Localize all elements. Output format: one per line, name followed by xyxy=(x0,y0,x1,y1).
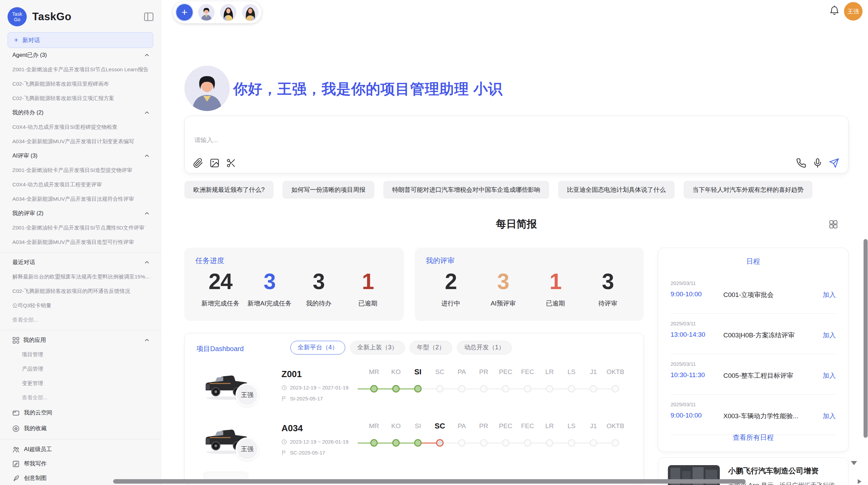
sidebar-item[interactable]: A034-全新新能源MUV产品开发项目计划变更表编写 xyxy=(0,134,161,149)
recent-chat-item[interactable]: C02-飞腾新能源轻客改款项目的闭环通告反馈情况 xyxy=(0,284,161,298)
suggestion-chip[interactable]: 当下年轻人对汽车外观有怎样的喜好趋势 xyxy=(684,181,812,199)
tab-all-new-body[interactable]: 全新上装（3） xyxy=(350,341,405,355)
tab-model-year[interactable]: 年型（2） xyxy=(410,341,452,355)
project-row-z001[interactable]: 王强 Z001 2023-12-19 ~ 2027-01-19 SI-2025-… xyxy=(185,363,643,418)
sidebar-item-cloud-space[interactable]: 我的云空间 xyxy=(0,405,161,421)
stat-pending-review[interactable]: 3 待评审 xyxy=(586,269,630,308)
microphone-icon[interactable] xyxy=(812,158,823,168)
section-my-apps[interactable]: 我的应用 xyxy=(0,333,161,347)
milestone-dot[interactable] xyxy=(568,439,575,447)
section-ai-review[interactable]: AI评审 (3) xyxy=(0,149,161,163)
add-agent-button[interactable]: + xyxy=(176,4,193,21)
suggestion-chip[interactable]: 如何写一份清晰的项目周报 xyxy=(282,181,374,199)
milestone-dot-current[interactable] xyxy=(414,385,422,393)
send-icon[interactable] xyxy=(829,158,839,168)
milestone-dot[interactable] xyxy=(458,385,466,393)
schedule-event[interactable]: 2025/03/11 9:00-10:00 C001-立项审批会 加入 xyxy=(671,278,836,314)
new-chat-button[interactable]: + 新对话 xyxy=(8,32,153,48)
user-avatar[interactable]: 王强 xyxy=(844,2,863,21)
sidebar-item-help-me-write[interactable]: 帮我写作 xyxy=(0,457,161,471)
section-my-todo[interactable]: 我的待办 (2) xyxy=(0,105,161,120)
milestone-dot[interactable] xyxy=(524,439,531,447)
tab-powertrain-dev[interactable]: 动总开发（1） xyxy=(457,341,512,355)
project-row-a034[interactable]: 王强 A034 2023-12-19 ~ 2026-01-19 SC-2025-… xyxy=(185,418,643,472)
stat-my-todo[interactable]: 3 我的待办 xyxy=(297,269,341,308)
sidebar-item[interactable]: C0X4-动力总成开发项目工程变更评审 xyxy=(0,177,161,192)
join-link[interactable]: 加入 xyxy=(823,412,836,421)
sidebar-item[interactable]: Z001-全新燃油轻卡产品开发项目SI节点属性5D文件评审 xyxy=(0,221,161,235)
milestone-dot[interactable] xyxy=(612,439,619,447)
sidebar-item-ai-super-staff[interactable]: AI超级员工 xyxy=(0,442,161,457)
notification-bell-icon[interactable] xyxy=(830,5,839,16)
chevron-up-icon[interactable] xyxy=(145,154,149,157)
recent-chat-item[interactable]: 解释最新出台的欧盟报废车法规再生塑料比例被调至15%... xyxy=(0,270,161,284)
sidebar-item[interactable]: A034-全新新能源MUV产品开发项目造型可行性评审 xyxy=(0,235,161,249)
sidebar-item[interactable]: Z001-全新燃油轻卡产品开发项目SI造型提交物评审 xyxy=(0,163,161,177)
milestone-dot[interactable] xyxy=(502,385,509,393)
agent-avatar-1[interactable] xyxy=(198,4,215,21)
milestone-dot[interactable] xyxy=(480,385,487,393)
app-item-change-mgmt[interactable]: 变更管理 xyxy=(0,376,161,390)
vertical-scrollbar[interactable] xyxy=(864,239,868,438)
chevron-up-icon[interactable] xyxy=(145,261,149,264)
stat-review-overdue[interactable]: 1 已逾期 xyxy=(533,269,578,308)
stat-ai-pre-review[interactable]: 3 AI预评审 xyxy=(481,269,526,308)
chevron-up-icon[interactable] xyxy=(145,339,149,341)
app-item-product-mgmt[interactable]: 产品管理 xyxy=(0,362,161,376)
chevron-up-icon[interactable] xyxy=(145,212,149,215)
join-link[interactable]: 加入 xyxy=(823,331,836,340)
section-agent-done[interactable]: Agent已办 (3) xyxy=(0,48,161,62)
agent-avatar-2[interactable] xyxy=(220,4,237,21)
scroll-down-arrow[interactable] xyxy=(851,461,857,465)
join-link[interactable]: 加入 xyxy=(823,371,836,380)
phone-call-icon[interactable] xyxy=(796,158,806,168)
schedule-event[interactable]: 2025/03/11 9:00-10:00 X003-车辆动力学性能验... 加… xyxy=(671,399,836,435)
image-icon[interactable] xyxy=(209,158,220,168)
sidebar-item[interactable]: C0X4-动力总成开发项目SI里程碑提交物检查 xyxy=(0,120,161,134)
sidebar-item[interactable]: C02-飞腾新能源轻客改款项目立项汇报方案 xyxy=(0,91,161,105)
app-item-project-mgmt[interactable]: 项目管理 xyxy=(0,347,161,362)
attachment-icon[interactable] xyxy=(193,158,203,168)
sidebar-item[interactable]: C02-飞腾新能源轻客改款项目里程碑画布 xyxy=(0,77,161,91)
milestone-dot-done[interactable] xyxy=(392,385,400,393)
milestone-dot[interactable] xyxy=(502,439,509,447)
milestone-dot[interactable] xyxy=(546,439,553,447)
recent-chat-item[interactable]: 公司Q3轻卡销量 xyxy=(0,298,161,313)
recent-view-all[interactable]: 查看全部... xyxy=(0,313,161,327)
suggestion-chip[interactable]: 比亚迪全固态电池计划具体说了什么 xyxy=(558,181,675,199)
milestone-dot-done[interactable] xyxy=(392,439,400,447)
view-all-schedule-link[interactable]: 查看所有日程 xyxy=(658,433,848,442)
schedule-event[interactable]: 2025/03/11 10:30-11:30 C005-整车工程目标评审 加入 xyxy=(671,359,836,395)
section-recent-chats[interactable]: 最近对话 xyxy=(0,255,161,270)
join-link[interactable]: 加入 xyxy=(823,290,836,299)
scissors-icon[interactable] xyxy=(226,158,236,168)
milestone-dot-done[interactable] xyxy=(370,385,378,393)
chevron-up-icon[interactable] xyxy=(145,111,149,114)
milestone-dot[interactable] xyxy=(612,385,619,393)
milestone-dot[interactable] xyxy=(524,385,531,393)
milestone-dot[interactable] xyxy=(458,439,466,447)
milestone-dot[interactable] xyxy=(590,385,597,393)
layout-grid-icon[interactable] xyxy=(829,220,838,229)
milestone-dot-done[interactable] xyxy=(414,439,422,447)
sidebar-item[interactable]: A034-全新新能源MUV产品开发项目法规符合性评审 xyxy=(0,192,161,206)
stat-overdue[interactable]: 1 已逾期 xyxy=(346,269,390,308)
schedule-event[interactable]: 2025/03/11 13:00-14:30 C003|H0B-方案冻结评审 加… xyxy=(671,319,836,354)
horizontal-scrollbar[interactable] xyxy=(113,479,746,484)
milestone-dot-overdue[interactable] xyxy=(436,439,444,447)
sidebar-item-favorites[interactable]: 我的收藏 xyxy=(0,421,161,436)
milestone-dot[interactable] xyxy=(546,385,553,393)
suggestion-chip[interactable]: 特朗普可能对进口汽车增税会对中国车企造成哪些影响 xyxy=(383,181,549,199)
sidebar-item[interactable]: Z001-全新燃油皮卡产品开发项目SI节点Lesson Learn报告 xyxy=(0,62,161,77)
milestone-dot[interactable] xyxy=(480,439,487,447)
agent-avatar-3[interactable] xyxy=(242,4,258,21)
suggestion-chip[interactable]: 欧洲新规最近颁布了什么? xyxy=(184,181,274,199)
milestone-dot[interactable] xyxy=(436,385,444,393)
stat-new-done[interactable]: 24 新增完成任务 xyxy=(198,269,243,308)
collapse-sidebar-icon[interactable] xyxy=(144,12,154,21)
chevron-up-icon[interactable] xyxy=(145,54,149,57)
tab-all-new-platform[interactable]: 全新平台（4） xyxy=(290,341,345,355)
milestone-dot[interactable] xyxy=(568,385,575,393)
stat-new-ai-done[interactable]: 3 新增AI完成任务 xyxy=(247,269,292,308)
chat-input[interactable] xyxy=(194,134,606,146)
